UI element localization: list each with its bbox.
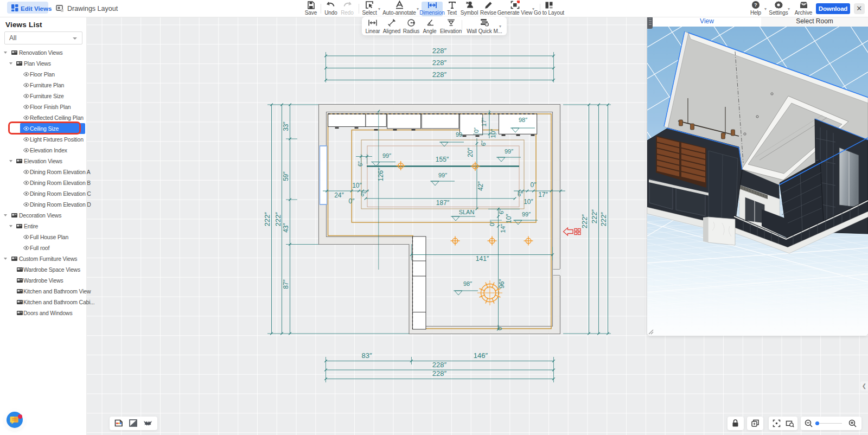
svg-text:99: 99 (456, 131, 462, 138)
svg-text:98″: 98″ (463, 280, 472, 287)
svg-text:99″: 99″ (382, 152, 391, 159)
svg-text:24″: 24″ (334, 191, 344, 199)
svg-text:10″: 10″ (524, 198, 533, 206)
svg-text:228″: 228″ (432, 59, 447, 67)
svg-text:10″: 10″ (505, 213, 513, 223)
svg-text:83″: 83″ (361, 351, 372, 360)
svg-text:33″: 33″ (282, 121, 290, 131)
svg-text:59″: 59″ (282, 171, 290, 181)
svg-text:20″: 20″ (467, 147, 474, 157)
svg-text:SLAN: SLAN (459, 209, 475, 215)
svg-text:228″: 228″ (432, 71, 447, 79)
svg-text:146″: 146″ (474, 351, 488, 360)
svg-text:10″: 10″ (490, 129, 496, 138)
svg-text:222″: 222″ (599, 212, 608, 226)
svg-text:96″: 96″ (498, 278, 506, 288)
svg-text:6″: 6″ (361, 191, 366, 197)
svg-text:14″: 14″ (500, 224, 506, 233)
svg-text:99″: 99″ (505, 148, 513, 155)
svg-text:43″: 43″ (282, 222, 290, 232)
svg-text:0″: 0″ (531, 181, 537, 189)
svg-text:42″: 42″ (477, 181, 484, 190)
svg-text:17″: 17″ (481, 118, 487, 127)
svg-text:222″: 222″ (263, 212, 271, 226)
svg-text:228″: 228″ (432, 361, 447, 369)
svg-text:99″: 99″ (522, 211, 531, 218)
svg-text:17″: 17″ (538, 191, 548, 199)
svg-text:6″: 6″ (480, 140, 487, 146)
svg-text:6″: 6″ (518, 191, 523, 197)
svg-text:0″: 0″ (496, 325, 503, 330)
svg-text:6″: 6″ (357, 161, 363, 167)
svg-text:222″: 222″ (590, 209, 598, 223)
svg-text:228″: 228″ (432, 369, 447, 378)
svg-text:0″: 0″ (349, 197, 355, 205)
svg-text:0″: 0″ (473, 127, 480, 133)
svg-text:141″: 141″ (476, 255, 489, 263)
svg-text:99″: 99″ (438, 172, 447, 178)
svg-text:?: ? (754, 2, 757, 8)
svg-text:187″: 187″ (436, 199, 450, 207)
svg-text:87″: 87″ (282, 279, 290, 289)
svg-text:155″: 155″ (436, 156, 449, 163)
svg-text:126″: 126″ (377, 168, 385, 181)
svg-text:6″: 6″ (498, 209, 505, 214)
svg-text:98″: 98″ (519, 117, 527, 123)
svg-text:222″: 222″ (580, 214, 589, 228)
svg-text:0″: 0″ (489, 221, 495, 226)
svg-text:222″: 222″ (274, 212, 282, 226)
svg-text:228″: 228″ (432, 47, 447, 55)
svg-text:10″: 10″ (352, 182, 362, 189)
